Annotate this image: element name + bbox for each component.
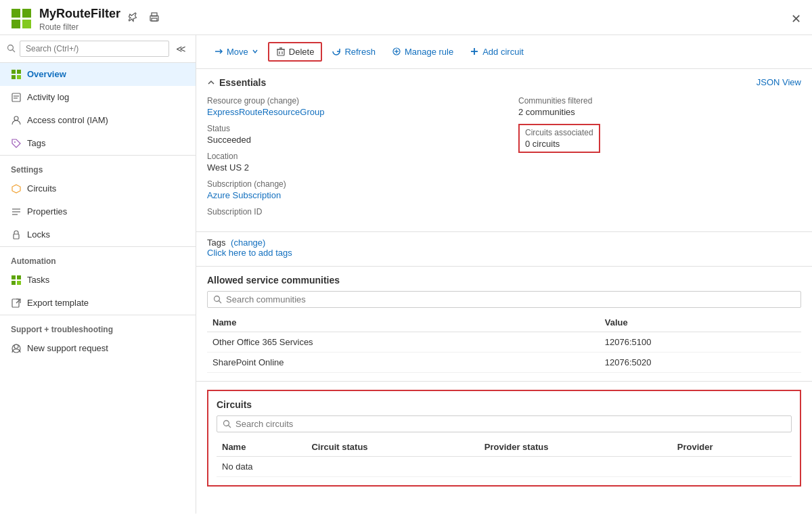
properties-icon: [11, 206, 22, 217]
sidebar-item-properties[interactable]: Properties: [0, 200, 196, 223]
collapse-button[interactable]: ≪: [173, 42, 189, 55]
title-bar-left: MyRouteFilter Route filter: [11, 7, 161, 32]
circuits-col-provider: Provider: [672, 438, 792, 457]
manage-rule-label: Manage rule: [405, 47, 453, 57]
circuits-col-provider-status: Provider status: [479, 438, 672, 457]
status-field: Status Succeeded: [207, 124, 491, 145]
circuits-col-name: Name: [217, 438, 306, 457]
automation-section-header: Automation: [0, 246, 196, 269]
subscription-id-field: Subscription ID: [207, 207, 491, 217]
sidebar-item-export-template-label: Export template: [27, 298, 89, 308]
tags-label: Tags: [207, 238, 225, 248]
circuits-associated-field: Circuits associated 0 circuits: [518, 124, 801, 153]
community-name: SharePoint Online: [207, 352, 600, 372]
svg-rect-9: [12, 70, 16, 74]
add-tags-link[interactable]: Click here to add tags: [207, 248, 292, 258]
circuits-title: Circuits: [217, 399, 792, 410]
title-bar: MyRouteFilter Route filter ✕: [0, 0, 812, 35]
tags-row: Tags (change) Click here to add tags: [196, 232, 812, 267]
sidebar-item-new-support[interactable]: New support request: [0, 337, 196, 360]
essentials-left: Resource group (change) ExpressRouteReso…: [207, 96, 504, 223]
communities-search-input[interactable]: [226, 294, 795, 304]
print-icon: [149, 12, 160, 23]
move-button[interactable]: Move: [207, 43, 265, 60]
circuits-no-data: No data: [217, 456, 792, 476]
communities-title: Allowed service communities: [207, 275, 801, 286]
toolbar: Move Delete Refresh Manage rule Add circ…: [196, 35, 812, 69]
main-layout: ≪ Overview Activity log Access control (…: [0, 35, 812, 514]
content-area: Move Delete Refresh Manage rule Add circ…: [196, 35, 812, 514]
iam-icon: [11, 115, 22, 126]
communities-search-box: [207, 291, 801, 308]
settings-section-header: Settings: [0, 155, 196, 177]
sidebar-item-tags[interactable]: Tags: [0, 132, 196, 155]
sidebar-item-iam[interactable]: Access control (IAM): [0, 109, 196, 132]
svg-point-17: [14, 141, 16, 143]
sidebar-item-circuits[interactable]: Circuits: [0, 177, 196, 200]
delete-button[interactable]: Delete: [268, 42, 323, 62]
resource-group-field: Resource group (change) ExpressRouteReso…: [207, 96, 491, 117]
community-name: Other Office 365 Services: [207, 332, 600, 352]
sidebar-item-export-template[interactable]: Export template: [0, 292, 196, 315]
refresh-label: Refresh: [344, 47, 376, 57]
svg-rect-2: [12, 20, 20, 28]
title-text: MyRouteFilter Route filter: [39, 7, 120, 32]
svg-line-43: [219, 300, 222, 303]
sidebar: ≪ Overview Activity log Access control (…: [0, 35, 196, 514]
add-circuit-label: Add circuit: [482, 47, 524, 57]
communities-value: 2 communities: [518, 107, 801, 117]
communities-col-name: Name: [207, 313, 600, 332]
status-value: Succeeded: [207, 135, 491, 145]
circuits-col-circuit-status: Circuit status: [306, 438, 478, 457]
support-icon: [11, 343, 22, 354]
svg-rect-24: [17, 275, 21, 279]
sidebar-item-tags-label: Tags: [27, 138, 45, 148]
community-value: 12076:5100: [600, 332, 801, 352]
manage-rule-icon: [392, 47, 401, 56]
community-value: 12076:5020: [600, 352, 801, 372]
sidebar-item-locks-label: Locks: [27, 229, 50, 240]
move-chevron-icon: [252, 48, 258, 55]
svg-rect-32: [277, 49, 284, 55]
delete-icon: [276, 47, 286, 56]
activity-log-icon: [11, 92, 22, 103]
essentials-title: Essentials: [207, 77, 266, 88]
svg-line-28: [16, 299, 20, 303]
sidebar-item-new-support-label: New support request: [27, 343, 108, 353]
app-icon: [11, 8, 32, 30]
tags-change-link[interactable]: (change): [231, 238, 265, 248]
add-circuit-icon: [470, 47, 479, 56]
circuits-associated-value: 0 circuits: [525, 139, 593, 149]
chevron-up-icon: [207, 78, 215, 87]
table-row: SharePoint Online12076:5020: [207, 352, 801, 372]
table-row: Other Office 365 Services12076:5100: [207, 332, 801, 352]
sidebar-item-overview[interactable]: Overview: [0, 63, 196, 86]
search-input[interactable]: [20, 41, 169, 57]
support-section-header: Support + troubleshooting: [0, 315, 196, 337]
svg-marker-18: [12, 185, 20, 193]
svg-line-45: [229, 425, 231, 428]
resource-group-link[interactable]: ExpressRouteResourceGroup: [207, 107, 324, 117]
sidebar-item-tasks[interactable]: Tasks: [0, 269, 196, 292]
move-icon: [214, 47, 223, 56]
subscription-link[interactable]: Azure Subscription: [207, 190, 281, 200]
pin-button[interactable]: [127, 11, 141, 27]
svg-line-8: [13, 50, 16, 53]
sidebar-item-activity-log[interactable]: Activity log: [0, 86, 196, 109]
communities-section: Allowed service communities Name Value O…: [196, 267, 812, 382]
refresh-button[interactable]: Refresh: [325, 43, 382, 60]
json-view-link[interactable]: JSON View: [757, 77, 801, 87]
svg-point-44: [224, 420, 229, 426]
print-button[interactable]: [148, 11, 161, 27]
sidebar-item-locks[interactable]: Locks: [0, 223, 196, 246]
add-circuit-button[interactable]: Add circuit: [463, 43, 531, 60]
communities-col-value: Value: [600, 313, 801, 332]
move-label: Move: [227, 47, 248, 57]
tasks-icon: [11, 275, 22, 286]
circuits-associated-box: Circuits associated 0 circuits: [518, 124, 600, 153]
manage-rule-button[interactable]: Manage rule: [385, 43, 460, 60]
circuits-search-input[interactable]: [235, 419, 786, 429]
svg-point-42: [215, 296, 220, 301]
svg-rect-26: [17, 281, 21, 285]
close-button[interactable]: ✕: [791, 12, 801, 26]
